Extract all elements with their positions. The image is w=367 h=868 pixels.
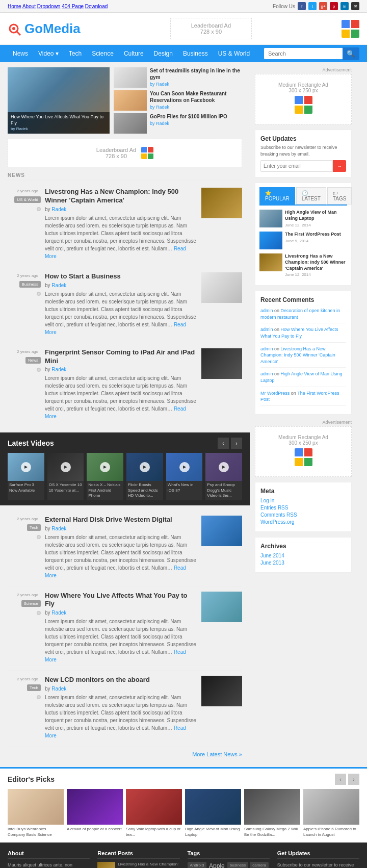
- video-item[interactable]: ▶ What's New in iOS 8?: [166, 453, 203, 500]
- editor-item[interactable]: Apple's iPhone 6 Rumored to Launch in Au…: [303, 789, 359, 837]
- category-badge[interactable]: News: [25, 357, 41, 364]
- news-thumbnail: [201, 676, 242, 706]
- nav-usworld[interactable]: US & World: [213, 45, 255, 62]
- video-thumbnail: ▶: [166, 453, 203, 481]
- pinterest-icon[interactable]: p: [330, 2, 338, 10]
- footer-tag[interactable]: business: [227, 862, 249, 868]
- tab-latest[interactable]: 🕐 LATEST: [296, 187, 326, 205]
- meta-entries-link[interactable]: Entries RSS: [260, 505, 288, 510]
- comment-item: admin on Decoration of open kitchen in m…: [260, 308, 346, 323]
- editors-next-button[interactable]: ›: [348, 774, 359, 785]
- read-more-link[interactable]: Read More: [45, 322, 186, 335]
- read-more-link[interactable]: Read More: [45, 246, 186, 259]
- news-author[interactable]: Radek: [51, 283, 66, 288]
- hero-item[interactable]: GoPro Files for $100 Million IPO by Rade…: [114, 113, 242, 134]
- comment-author[interactable]: Mr WordPress: [260, 391, 290, 396]
- hero-item[interactable]: You Can Soon Make Restaurant Reservation…: [114, 90, 242, 111]
- videos-title: Latest Videos: [8, 439, 54, 447]
- news-title[interactable]: Livestrong Has a New Champion: Indy 500 …: [45, 188, 197, 205]
- editor-item[interactable]: Intel Buys Wearables Company Basis Scien…: [8, 789, 64, 837]
- category-badge[interactable]: Science: [21, 600, 41, 607]
- read-more-link[interactable]: Read More: [45, 649, 186, 662]
- editor-item[interactable]: A crowd of people at a concert: [67, 789, 123, 837]
- news-author[interactable]: Radek: [51, 686, 66, 692]
- videos-prev-button[interactable]: ‹: [218, 438, 229, 449]
- nav-science[interactable]: Science: [87, 45, 119, 62]
- nav-about[interactable]: About: [22, 4, 36, 9]
- twitter-icon[interactable]: t: [308, 2, 317, 10]
- nav-news[interactable]: News: [8, 45, 33, 62]
- comment-author[interactable]: admin: [260, 308, 273, 313]
- email-input[interactable]: [260, 160, 333, 172]
- news-author[interactable]: Radek: [51, 610, 66, 616]
- category-badge[interactable]: Tech: [27, 524, 41, 531]
- search-input[interactable]: [264, 48, 343, 59]
- footer-tag[interactable]: Android: [188, 862, 207, 868]
- news-title[interactable]: How to Start a Business: [45, 272, 197, 281]
- footer-tag[interactable]: camera: [250, 862, 269, 868]
- logo[interactable]: GoMedia: [8, 21, 81, 37]
- news-title[interactable]: New LCD monitors on the aboard: [45, 676, 197, 684]
- search-button[interactable]: 🔍: [343, 47, 359, 60]
- video-item[interactable]: ▶ Flickr Boosts Speed and Adds HD Video …: [126, 453, 163, 500]
- editors-prev-button[interactable]: ‹: [335, 774, 346, 785]
- nav-tech[interactable]: Tech: [64, 45, 87, 62]
- comment-author[interactable]: admin: [260, 346, 273, 351]
- video-item[interactable]: ▶ Nokia X – Nokia's First Android Phone: [87, 453, 123, 500]
- editor-item[interactable]: High Angle View of Man Using Laptop: [185, 789, 241, 837]
- read-more-link[interactable]: Read More: [45, 725, 186, 738]
- facebook-icon[interactable]: f: [298, 2, 306, 10]
- nav-design[interactable]: Design: [149, 45, 178, 62]
- category-badge[interactable]: Tech: [27, 684, 41, 691]
- nav-video[interactable]: Video ▾: [33, 45, 64, 62]
- editor-item[interactable]: Sony Vaio laptop with a cup of tea...: [126, 789, 182, 837]
- read-more-link[interactable]: Read More: [45, 406, 186, 419]
- news-title[interactable]: Fingerprint Sensor Coming to iPad Air an…: [45, 348, 197, 366]
- nav-culture[interactable]: Culture: [119, 45, 149, 62]
- sidebar-post-title[interactable]: The First WordPress Post: [285, 232, 341, 238]
- archive-june2013[interactable]: June 2013: [260, 560, 284, 566]
- nav-business[interactable]: Business: [178, 45, 213, 62]
- news-author[interactable]: Radek: [51, 526, 66, 531]
- comment-post-link[interactable]: High Angle View of Man Using Laptop: [260, 371, 342, 383]
- category-badge[interactable]: US & World: [14, 196, 41, 203]
- comment-author[interactable]: admin: [260, 327, 273, 332]
- news-title[interactable]: How Where You Live Affects What You Pay …: [45, 592, 197, 609]
- tab-tags[interactable]: 🏷 TAGS: [327, 187, 352, 205]
- category-badge[interactable]: Business: [19, 281, 41, 288]
- footer-tags-list: Android Apple business camera editor pic…: [188, 862, 270, 868]
- hero-main-image[interactable]: How Where You Live Affects What You Pay …: [8, 67, 110, 134]
- news-author[interactable]: Radek: [51, 367, 66, 372]
- nav-dropdown[interactable]: Dropdown: [37, 4, 61, 9]
- tab-popular[interactable]: ⭐ POPULAR: [259, 187, 295, 205]
- meta-comments-link[interactable]: Comments RSS: [260, 512, 297, 518]
- meta-login-link[interactable]: Log in: [260, 498, 274, 503]
- video-item[interactable]: ▶ OS X Yosemite 10 10 Yosemite at...: [47, 453, 84, 500]
- nav-404[interactable]: 404 Page: [62, 4, 84, 9]
- email-submit-button[interactable]: →: [333, 160, 346, 172]
- video-item[interactable]: ▶ Psy and Snoop Dogg's Music Video is th…: [205, 453, 242, 500]
- linkedin-icon[interactable]: in: [340, 2, 349, 10]
- footer-tag[interactable]: Apple: [208, 862, 226, 868]
- video-item[interactable]: ▶ Surface Pro 3 Now Available: [8, 453, 44, 500]
- editor-item[interactable]: Samsung Galaxy Mega 2 Will Be the Godzil…: [244, 789, 300, 837]
- more-news-link[interactable]: More Latest News »: [192, 751, 242, 757]
- footer-post-link[interactable]: Livestrong Has a New Champion: Indy 500 …: [118, 862, 178, 868]
- nav-home[interactable]: Home: [8, 4, 21, 9]
- meta-wordpress-link[interactable]: WordPress.org: [260, 519, 295, 525]
- hero-item[interactable]: Set of treadmills staying in line in the…: [114, 67, 242, 88]
- sidebar-post-title[interactable]: High Angle View of Man Using Laptop: [285, 210, 347, 221]
- news-author[interactable]: Radek: [51, 207, 66, 212]
- nav-download[interactable]: Download: [85, 4, 108, 9]
- archive-june2014[interactable]: June 2014: [260, 553, 284, 558]
- footer-post-image: [97, 862, 115, 868]
- videos-next-button[interactable]: ›: [231, 438, 242, 449]
- comment-author[interactable]: admin: [260, 371, 273, 376]
- sidebar-post-title[interactable]: Livestrong Has a New Champion: Indy 500 …: [285, 253, 347, 271]
- editor-caption: Intel Buys Wearables Company Basis Scien…: [8, 827, 64, 837]
- main-nav: News Video ▾ Tech Science Culture Design…: [0, 45, 367, 62]
- email-icon[interactable]: ✉: [351, 2, 359, 10]
- news-title[interactable]: External Hard Disk Drive Western Digital: [45, 516, 197, 524]
- googleplus-icon[interactable]: g+: [319, 2, 327, 10]
- read-more-link[interactable]: Read More: [45, 565, 186, 578]
